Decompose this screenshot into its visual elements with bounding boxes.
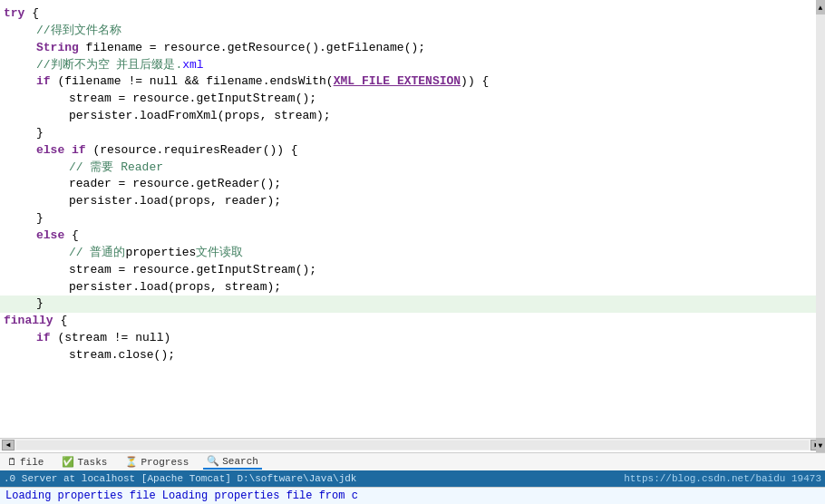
code-line-12: persister.load(props, reader); xyxy=(0,193,825,210)
console-tab-progress-label: Progress xyxy=(141,457,189,468)
console-tab-search-label: Search xyxy=(222,456,258,467)
console-tab-progress[interactable]: ⏳ Progress xyxy=(121,455,192,469)
code-line-11: reader = resource.getReader(); xyxy=(0,176,825,193)
code-line-10: // 需要 Reader xyxy=(0,160,825,177)
code-line-13: } xyxy=(0,210,825,228)
code-line-14: else { xyxy=(0,228,825,245)
scroll-track[interactable] xyxy=(16,441,809,450)
code-line-18: } xyxy=(0,296,825,313)
console-tab-search[interactable]: 🔍 Search xyxy=(203,454,262,470)
scroll-left-button[interactable]: ◀ xyxy=(2,440,15,451)
code-line-20: if (stream != null) xyxy=(0,330,825,347)
code-line-8: } xyxy=(0,125,825,142)
status-strip: .0 Server at localhost [Apache Tomcat] D… xyxy=(0,470,825,487)
console-tab-tasks[interactable]: ✅ Tasks xyxy=(58,455,111,469)
search-icon: 🔍 xyxy=(207,455,219,467)
code-line-16: stream = resource.getInputStream(); xyxy=(0,262,825,279)
console-tab-tasks-label: Tasks xyxy=(77,457,107,468)
console-output-text: Loading properties file Loading properti… xyxy=(5,489,358,502)
status-right-text: https://blog.csdn.net/baidu 19473 xyxy=(624,473,821,484)
code-line-15: // 普通的properties文件读取 xyxy=(0,245,825,262)
code-line-9: else if (resource.requiresReader()) { xyxy=(0,142,825,160)
code-line-2: //得到文件名称 xyxy=(0,23,825,40)
code-line-3: String filename = resource.getResource()… xyxy=(0,40,825,57)
code-line-21: stream.close(); xyxy=(0,347,825,364)
code-line-6: stream = resource.getInputStream(); xyxy=(0,91,825,108)
scroll-down-button[interactable]: ▼ xyxy=(816,438,825,452)
file-icon: 🗒 xyxy=(7,456,17,468)
code-line-4: //判断不为空 并且后缀是.xml xyxy=(0,57,825,74)
code-editor: try { //得到文件名称 String filename = resourc… xyxy=(0,0,825,452)
code-line-19: finally { xyxy=(0,313,825,330)
console-tab-file-label: file xyxy=(20,457,44,468)
console-tab-file[interactable]: 🗒 file xyxy=(4,455,47,469)
code-line-1: try { xyxy=(0,5,825,23)
code-line-17: persister.load(props, stream); xyxy=(0,279,825,296)
tasks-icon: ✅ xyxy=(62,456,74,468)
code-line-7: persister.loadFromXml(props, stream); xyxy=(0,108,825,125)
scroll-track-vertical xyxy=(816,15,825,438)
progress-icon: ⏳ xyxy=(125,456,138,468)
console-output: Loading properties file Loading properti… xyxy=(0,487,825,504)
horizontal-scrollbar[interactable]: ◀ ▶ xyxy=(0,438,825,451)
vertical-scrollbar[interactable]: ▲ ▼ xyxy=(816,0,825,452)
status-text: .0 Server at localhost [Apache Tomcat] D… xyxy=(4,473,356,484)
console-tabs-bar: 🗒 file ✅ Tasks ⏳ Progress 🔍 Search xyxy=(0,452,825,470)
code-line-5: if (filename != null && filename.endsWit… xyxy=(0,73,825,91)
scroll-up-button[interactable]: ▲ xyxy=(816,0,825,15)
